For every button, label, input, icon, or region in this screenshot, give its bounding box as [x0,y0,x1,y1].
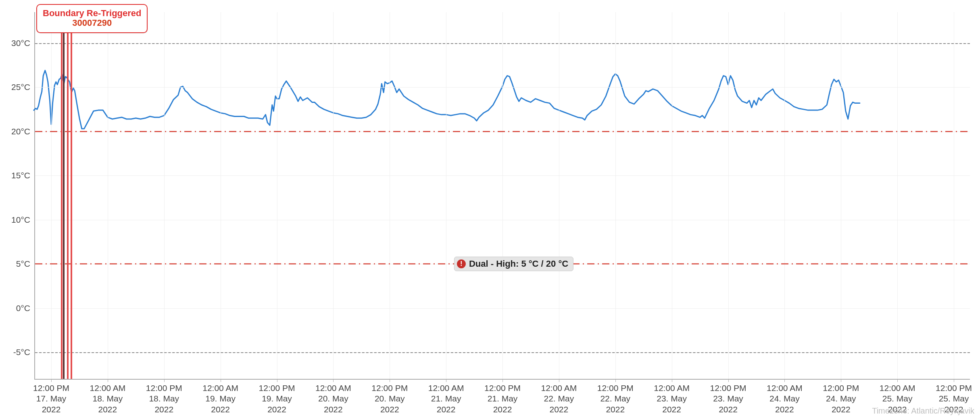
x-tick-label: 12:00 PM23. May2022 [696,383,761,415]
x-tick-mark [615,379,616,382]
alert-icon: ! [457,259,466,268]
x-tick-mark [164,379,165,382]
gridline-v [954,12,954,379]
x-tick-mark [784,379,785,382]
x-tick-mark [221,379,221,382]
y-tick-label: 25°C [0,82,30,92]
gridline-v [51,12,52,379]
x-tick-mark [897,379,898,382]
event-callout-id: 30007290 [43,18,141,28]
gridline-v [108,12,108,379]
gridline-v [615,12,616,379]
event-vertical-line [67,12,69,379]
x-tick-label: 12:00 AM20. May2022 [301,383,365,415]
series-line [34,71,860,129]
chart-container: 12:00 PM17. May202212:00 AM18. May202212… [0,0,980,418]
x-tick-label: 12:00 PM24. May2022 [809,383,873,415]
x-tick-label: 12:00 PM21. May2022 [470,383,535,415]
threshold-line [35,43,970,44]
y-tick-label: 30°C [0,38,30,48]
x-tick-mark [277,379,277,382]
x-tick-mark [503,379,503,382]
threshold-line [35,131,970,132]
timezone-label: Timezone: Atlantic/Reykjavik [872,406,974,416]
y-tick-label: 0°C [0,303,30,313]
x-tick-label: 12:00 AM19. May2022 [188,383,253,415]
event-callout: Boundary Re-Triggered 30007290 [36,4,148,33]
gridline-v [164,12,165,379]
gridline-v [503,12,503,379]
x-tick-label: 12:00 AM21. May2022 [414,383,478,415]
threshold-line [35,352,970,353]
x-tick-label: 12:00 PM20. May2022 [357,383,422,415]
x-tick-label: 12:00 AM24. May2022 [752,383,817,415]
event-vertical-line [71,12,72,379]
plot-area[interactable]: 12:00 PM17. May202212:00 AM18. May202212… [34,12,970,380]
x-tick-mark [390,379,390,382]
gridline-v [672,12,672,379]
y-tick-label: -5°C [0,347,30,357]
event-callout-title: Boundary Re-Triggered [43,8,141,19]
x-tick-label: 12:00 PM18. May2022 [132,383,196,415]
x-tick-mark [728,379,729,382]
x-tick-mark [108,379,108,382]
gridline-v [221,12,221,379]
x-tick-label: 12:00 PM17. May2022 [19,383,83,415]
event-vertical-line [63,12,65,379]
gridline-v [784,12,785,379]
gridline-v [333,12,334,379]
gridline-v [841,12,841,379]
x-tick-mark [954,379,954,382]
y-tick-label: 15°C [0,171,30,180]
x-tick-label: 12:00 PM19. May2022 [245,383,309,415]
gridline-v [390,12,390,379]
y-tick-label: 10°C [0,215,30,225]
event-vertical-line [61,12,63,379]
x-tick-label: 12:00 PM22. May2022 [583,383,648,415]
y-tick-label: 5°C [0,259,30,269]
x-tick-mark [672,379,672,382]
y-tick-label: 20°C [0,127,30,136]
dual-high-text: Dual - High: 5 °C / 20 °C [469,259,568,269]
gridline-v [728,12,729,379]
gridline-v [277,12,277,379]
x-tick-label: 12:00 AM23. May2022 [640,383,704,415]
x-tick-mark [559,379,559,382]
dual-high-label: !Dual - High: 5 °C / 20 °C [454,257,573,271]
gridline-v [897,12,898,379]
x-tick-mark [51,379,52,382]
x-tick-label: 12:00 AM18. May2022 [75,383,140,415]
x-tick-label: 12:00 AM22. May2022 [527,383,591,415]
x-tick-mark [446,379,446,382]
gridline-v [559,12,559,379]
x-tick-mark [841,379,841,382]
x-tick-mark [333,379,334,382]
gridline-v [446,12,446,379]
